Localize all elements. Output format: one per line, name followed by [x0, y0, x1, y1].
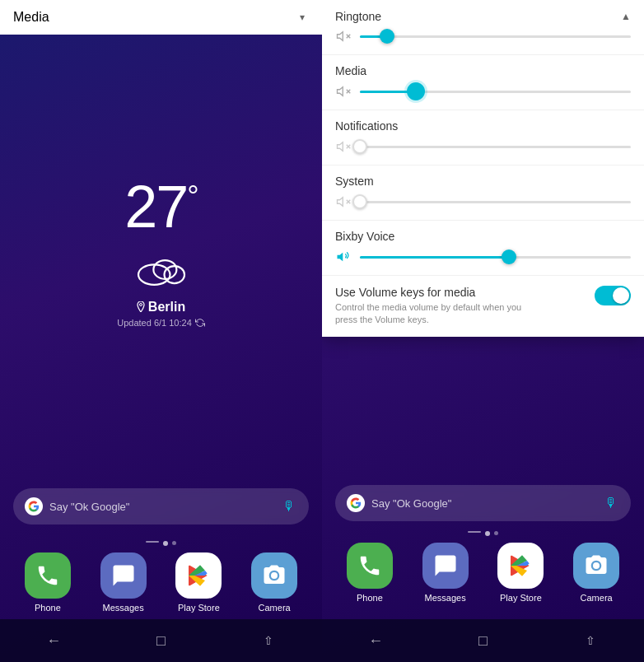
left-nav-bar: ← □ ⇧ [0, 619, 322, 662]
left-phone: Media ▾ 27° [0, 0, 322, 662]
vol-media-label: Media [335, 64, 366, 77]
playstore-app-icon [175, 552, 222, 599]
svg-rect-5 [138, 274, 184, 283]
volume-panel: Ringtone ▲ Media [322, 0, 644, 337]
left-nav-home[interactable]: □ [144, 624, 177, 657]
dock-indicator-small [172, 541, 176, 545]
bixby-slider[interactable] [360, 256, 631, 259]
right-dock-indicator-dot [485, 531, 490, 536]
volume-keys-row: Use Volume keys for media Control the me… [322, 276, 644, 337]
left-mic-icon[interactable]: 🎙 [281, 498, 297, 515]
phone-app-label: Phone [35, 603, 61, 613]
left-dock-indicators [0, 541, 322, 546]
vol-media-slider[interactable] [360, 91, 631, 93]
left-app-playstore[interactable]: Play Store [175, 552, 222, 613]
right-nav-home[interactable]: □ [466, 624, 499, 657]
refresh-icon [195, 318, 205, 328]
left-app-camera[interactable]: Camera [251, 552, 297, 613]
right-app-camera[interactable]: Camera [573, 543, 619, 603]
dock-indicator-dot [163, 541, 168, 546]
location-pin-icon [137, 301, 145, 312]
city-name: Berlin [148, 300, 185, 315]
right-playstore-app-label: Play Store [500, 593, 542, 603]
right-dock-indicator-small [494, 531, 498, 535]
google-logo [25, 497, 43, 515]
right-google-logo [347, 494, 365, 512]
right-phone-app-icon [347, 543, 393, 589]
left-app-row: Phone Messages [0, 552, 322, 613]
ringtone-chevron-up-icon[interactable]: ▲ [621, 11, 631, 22]
camera-app-label: Camera [259, 603, 291, 613]
right-messages-app-icon [422, 543, 469, 589]
phone-app-icon [25, 552, 71, 599]
temperature-display: 27° [124, 173, 198, 240]
bixby-speaker-icon[interactable] [335, 249, 352, 265]
ringtone-mute-icon[interactable] [335, 28, 352, 44]
left-app-messages[interactable]: Messages [100, 552, 147, 613]
messages-app-icon [100, 552, 147, 599]
notifications-mute-icon[interactable] [335, 138, 352, 155]
system-label: System [335, 175, 374, 188]
weather-area: 27° Berlin Updated 6/1 10:24 [0, 28, 322, 488]
left-app-phone[interactable]: Phone [25, 552, 71, 613]
right-search-placeholder: Say "Ok Google" [371, 497, 603, 510]
right-dock-indicator-line [468, 531, 481, 533]
right-playstore-app-icon [497, 543, 544, 589]
camera-app-icon [251, 552, 297, 599]
right-app-phone[interactable]: Phone [347, 543, 393, 603]
notifications-slider[interactable] [360, 146, 631, 148]
location-area: Berlin [137, 300, 185, 315]
right-nav-recent[interactable]: ⇧ [574, 624, 607, 657]
vol-media-mute-icon[interactable] [335, 83, 352, 100]
right-messages-app-label: Messages [425, 593, 466, 603]
left-media-bar: Media ▾ [0, 0, 322, 35]
left-nav-back[interactable]: ← [37, 624, 70, 657]
ringtone-label: Ringtone [335, 10, 381, 23]
left-chevron-down-icon[interactable]: ▾ [296, 11, 309, 24]
right-app-row: Phone Messages [322, 543, 644, 603]
left-media-label: Media [13, 10, 49, 25]
right-nav-back[interactable]: ← [359, 624, 392, 657]
right-camera-app-icon [573, 543, 619, 589]
bixby-label: Bixby Voice [335, 230, 394, 243]
notifications-label: Notifications [335, 119, 398, 133]
updated-text: Updated 6/1 10:24 [117, 318, 205, 328]
svg-point-6 [139, 304, 142, 306]
right-phone-app-label: Phone [357, 593, 383, 603]
right-phone: Ringtone ▲ Media [322, 0, 644, 662]
dock-indicator-line [146, 541, 159, 543]
toggle-thumb [613, 287, 629, 304]
left-nav-recent[interactable]: ⇧ [252, 624, 285, 657]
right-dock-indicators [322, 531, 644, 536]
right-search-bar[interactable]: Say "Ok Google" 🎙 [335, 485, 631, 521]
right-mic-icon[interactable]: 🎙 [603, 495, 619, 511]
weather-icon [133, 249, 190, 293]
ringtone-slider[interactable] [360, 35, 631, 38]
volume-keys-text: Use Volume keys for media Control the me… [335, 286, 541, 327]
right-camera-app-label: Camera [581, 593, 613, 603]
right-app-messages[interactable]: Messages [422, 543, 469, 603]
volume-keys-title: Use Volume keys for media [335, 286, 541, 299]
volume-keys-toggle[interactable] [595, 286, 631, 305]
playstore-app-label: Play Store [178, 603, 220, 613]
left-search-bar[interactable]: Say "Ok Google" 🎙 [13, 488, 309, 524]
left-search-placeholder: Say "Ok Google" [49, 501, 281, 513]
system-slider[interactable] [360, 201, 631, 203]
system-mute-icon[interactable] [335, 193, 352, 210]
volume-keys-description: Control the media volume by default when… [335, 301, 541, 327]
messages-app-label: Messages [103, 603, 144, 613]
right-app-playstore[interactable]: Play Store [497, 543, 544, 603]
right-nav-bar: ← □ ⇧ [322, 619, 644, 662]
